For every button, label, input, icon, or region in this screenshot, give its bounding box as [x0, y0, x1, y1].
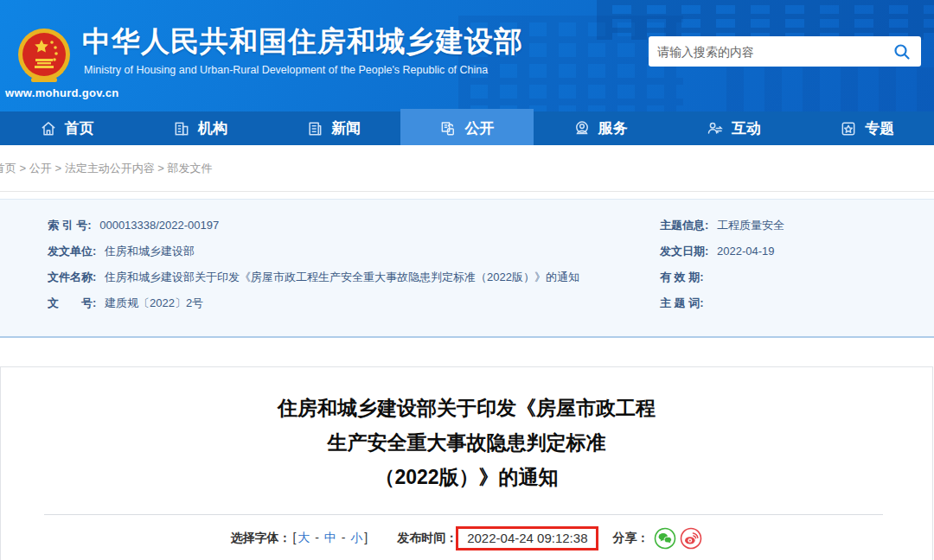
font-size-small-link[interactable]: 小 [350, 531, 362, 544]
meta-label: 有 效 期: [660, 270, 704, 283]
font-select-label: 选择字体： [231, 531, 291, 546]
nav-item-organization[interactable]: 机构 [133, 111, 266, 145]
site-title[interactable]: 中华人民共和国住房和城乡建设部 [82, 22, 523, 61]
nav-label: 首页 [65, 118, 94, 138]
nav-label: 服务 [598, 118, 628, 138]
search-box [649, 36, 921, 67]
meta-row-index-number: 索 引 号: 000013338/2022-00197 [48, 213, 618, 239]
meta-value: 2022-04-19 [717, 245, 775, 258]
meta-value: 建质规〔2022〕2号 [105, 296, 203, 309]
meta-label: 文 号: [48, 296, 96, 309]
nav-item-home[interactable]: 首页 [0, 111, 133, 145]
meta-label: 索 引 号: [48, 219, 92, 232]
page: www.mohurd.gov.cn 中华人民共和国住房和城乡建设部 Minist… [0, 0, 934, 560]
meta-value: 住房和城乡建设部 [105, 245, 195, 258]
national-emblem-logo[interactable] [17, 26, 71, 86]
share-label: 分享： [612, 531, 649, 546]
disclosure-lock-icon [439, 120, 457, 137]
news-icon [306, 120, 323, 137]
title-divider [44, 514, 883, 515]
font-size-selector: [大 - 中 - 小] [293, 531, 368, 546]
bracket: [ [293, 531, 297, 544]
separator: - [311, 531, 322, 544]
publish-time-annotation-box: 2022-04-24 09:12:38 [456, 526, 598, 550]
document-meta-box: 索 引 号: 000013338/2022-00197 发文单位: 住房和城乡建… [0, 199, 934, 338]
building-texture [726, 67, 934, 111]
wechat-icon[interactable] [654, 527, 676, 550]
meta-label: 发文日期: [660, 245, 708, 258]
topic-star-icon [840, 120, 857, 137]
nav-item-disclosure-active[interactable]: 公开 [400, 111, 534, 145]
meta-label: 文件名称: [48, 270, 96, 283]
share-buttons [654, 527, 702, 550]
weibo-icon[interactable] [680, 527, 702, 550]
article-title-line: 住房和城乡建设部关于印发《房屋市政工程 [1, 391, 932, 425]
site-header: www.mohurd.gov.cn 中华人民共和国住房和城乡建设部 Minist… [0, 0, 934, 111]
nav-item-topics[interactable]: 专题 [801, 111, 934, 145]
publish-timestamp: 2022-04-24 09:12:38 [467, 531, 587, 545]
article-title: 住房和城乡建设部关于印发《房屋市政工程 生产安全重大事故隐患判定标准 （2022… [1, 391, 932, 494]
breadcrumb: 首页 > 公开 > 法定主动公开内容 > 部发文件 [0, 145, 934, 192]
meta-label: 主题信息: [660, 219, 708, 232]
interaction-icon [707, 120, 724, 137]
meta-value: 住房和城乡建设部关于印发《房屋市政工程生产安全重大事故隐患判定标准（2022版）… [105, 270, 579, 283]
separator: - [338, 531, 349, 544]
home-icon [40, 120, 57, 137]
nav-item-news[interactable]: 新闻 [267, 111, 400, 145]
meta-label: 主 题 词: [660, 296, 704, 309]
nav-label: 互动 [732, 118, 761, 138]
meta-row-topic-info: 主题信息: 工程质量安全 [660, 213, 919, 239]
nav-item-interaction[interactable]: 互动 [667, 111, 800, 145]
bracket: ] [364, 531, 368, 544]
font-size-medium-link[interactable]: 中 [324, 531, 336, 544]
nav-label: 专题 [865, 118, 894, 138]
meta-column-left: 索 引 号: 000013338/2022-00197 发文单位: 住房和城乡建… [48, 213, 618, 316]
meta-row-document-name: 文件名称: 住房和城乡建设部关于印发《房屋市政工程生产安全重大事故隐患判定标准（… [48, 264, 618, 290]
organization-icon [173, 120, 190, 137]
meta-row-keywords: 主 题 词: [660, 290, 919, 316]
meta-column-right: 主题信息: 工程质量安全 发文日期: 2022-04-19 有 效 期: 主 题… [660, 213, 919, 316]
meta-row-document-number: 文 号: 建质规〔2022〕2号 [48, 290, 618, 316]
service-person-icon [573, 120, 591, 137]
publish-time-label: 发布时间： [397, 531, 457, 546]
nav-label: 新闻 [331, 118, 361, 138]
article-title-line: 生产安全重大事故隐患判定标准 [1, 425, 932, 460]
meta-row-issuing-unit: 发文单位: 住房和城乡建设部 [48, 239, 618, 264]
nav-label: 公开 [464, 118, 494, 138]
nav-label: 机构 [198, 118, 227, 138]
main-nav: 首页 机构 新闻 公开 [0, 111, 934, 145]
site-subtitle-en: Ministry of Housing and Urban-Rural Deve… [84, 64, 488, 76]
article-panel: 住房和城乡建设部关于印发《房屋市政工程 生产安全重大事故隐患判定标准 （2022… [0, 366, 933, 560]
building-texture [597, 0, 934, 40]
nav-item-service[interactable]: 服务 [534, 111, 667, 145]
breadcrumb-trail[interactable]: 首页 > 公开 > 法定主动公开内容 > 部发文件 [0, 161, 212, 176]
article-title-line: （2022版）》的通知 [1, 460, 932, 494]
meta-value: 000013338/2022-00197 [99, 219, 219, 232]
search-input[interactable] [657, 45, 892, 59]
font-size-large-link[interactable]: 大 [297, 531, 310, 544]
site-url: www.mohurd.gov.cn [5, 86, 119, 99]
meta-row-validity: 有 效 期: [660, 264, 919, 290]
meta-value: 工程质量安全 [717, 219, 784, 232]
search-icon[interactable] [892, 41, 912, 62]
meta-row-issue-date: 发文日期: 2022-04-19 [660, 239, 919, 264]
spacer [0, 192, 934, 199]
meta-label: 发文单位: [48, 245, 96, 258]
article-toolbar: 选择字体： [大 - 中 - 小] 发布时间： 2022-04-24 09:12… [1, 526, 932, 550]
